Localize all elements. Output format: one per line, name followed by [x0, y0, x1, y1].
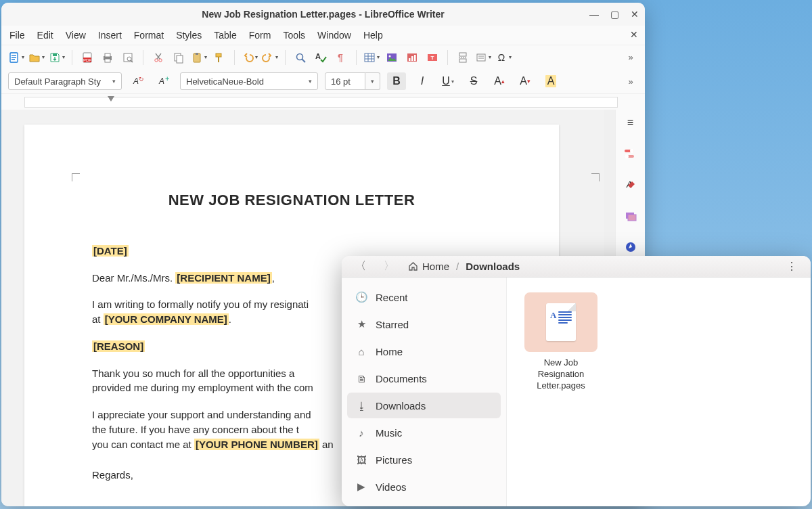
svg-point-53: [625, 154, 629, 158]
files-window: 〈 〉 Home / Downloads ⋮ 🕒Recent ★Starred …: [342, 256, 811, 506]
print-icon[interactable]: [99, 49, 116, 66]
undo-icon[interactable]: [242, 49, 258, 66]
navigator-icon[interactable]: [622, 238, 639, 256]
sidebar-menu-icon[interactable]: ≡: [622, 114, 639, 131]
printpreview-icon[interactable]: [120, 49, 136, 66]
paragraph-style-combo[interactable]: Default Paragraph Sty ▾: [8, 72, 122, 90]
back-button[interactable]: 〈: [351, 257, 370, 276]
menu-insert[interactable]: Insert: [98, 30, 122, 41]
find-icon[interactable]: [292, 49, 309, 66]
underline-button[interactable]: U▾: [438, 72, 457, 90]
file-name: New Job Resignation Letter.pages: [522, 357, 600, 392]
svg-rect-3: [12, 59, 15, 60]
breadcrumb: Home / Downloads: [408, 261, 520, 272]
formatbar-overflow-button[interactable]: »: [623, 76, 638, 87]
file-tile[interactable]: A New Job Resignation Letter.pages: [522, 292, 600, 392]
breadcrumb-current[interactable]: Downloads: [466, 261, 520, 272]
menu-help[interactable]: Help: [363, 30, 383, 41]
forward-button[interactable]: 〉: [380, 257, 399, 276]
styles-icon[interactable]: A: [622, 176, 639, 194]
home-icon: ⌂: [355, 346, 367, 357]
document-icon: A: [546, 303, 576, 341]
close-document-button[interactable]: ✕: [630, 29, 638, 40]
files-sidebar: 🕒Recent ★Starred ⌂Home 🗎Documents ⭳Downl…: [342, 278, 507, 506]
svg-text:¶: ¶: [338, 52, 343, 63]
files-body: 🕒Recent ★Starred ⌂Home 🗎Documents ⭳Downl…: [342, 278, 811, 506]
pdf-icon[interactable]: PDF: [79, 49, 95, 66]
chevron-down-icon: ▾: [112, 78, 116, 85]
paste-icon[interactable]: [191, 49, 207, 66]
clone-format-icon[interactable]: [211, 49, 227, 66]
pagebreak-icon[interactable]: [455, 49, 471, 66]
formatting-marks-icon[interactable]: ¶: [333, 49, 349, 66]
pictures-icon: 🖼: [355, 454, 367, 466]
horizontal-ruler[interactable]: [1, 93, 645, 110]
svg-rect-39: [459, 53, 466, 56]
font-size-chevron[interactable]: ▾: [365, 72, 380, 90]
image-icon[interactable]: [384, 49, 400, 66]
sidebar-item-starred[interactable]: ★Starred: [347, 311, 501, 337]
font-name-combo[interactable]: HelveticaNeue-Bold ▾: [180, 72, 318, 90]
chart-icon[interactable]: [404, 49, 420, 66]
window-controls: — ▢ ✕: [589, 3, 639, 26]
gallery-icon[interactable]: [622, 207, 639, 225]
superscript-button[interactable]: A▴: [490, 72, 509, 90]
close-button[interactable]: ✕: [630, 9, 639, 20]
menu-file[interactable]: File: [9, 30, 25, 41]
standard-toolbar: PDF A ¶ T Ω »: [1, 45, 645, 69]
star-icon: ★: [355, 318, 367, 330]
highlight-button[interactable]: A: [541, 72, 560, 90]
font-name-value: HelveticaNeue-Bold: [186, 76, 264, 87]
minimize-button[interactable]: —: [589, 9, 599, 20]
subscript-button[interactable]: A▾: [516, 72, 535, 90]
svg-rect-21: [218, 57, 219, 62]
menu-styles[interactable]: Styles: [176, 30, 202, 41]
save-icon[interactable]: [49, 49, 65, 66]
strike-button[interactable]: S: [464, 72, 483, 90]
update-style-icon[interactable]: A↻: [129, 72, 148, 90]
svg-rect-26: [365, 53, 374, 62]
textbox-icon[interactable]: T: [424, 49, 441, 66]
svg-line-13: [131, 60, 133, 62]
italic-button[interactable]: I: [413, 72, 432, 90]
cut-icon[interactable]: [150, 49, 166, 66]
files-content[interactable]: A New Job Resignation Letter.pages: [507, 278, 811, 506]
sidebar-item-music[interactable]: ♪Music: [347, 420, 501, 445]
sidebar-item-pictures[interactable]: 🖼Pictures: [347, 447, 501, 472]
menu-window[interactable]: Window: [317, 30, 351, 41]
sidebar-item-home[interactable]: ⌂Home: [347, 338, 501, 364]
new-icon[interactable]: [8, 49, 24, 66]
toolbar-overflow-button[interactable]: »: [623, 52, 638, 62]
sidebar-item-documents[interactable]: 🗎Documents: [347, 366, 501, 391]
breadcrumb-home[interactable]: Home: [408, 261, 449, 272]
breadcrumb-separator: /: [456, 261, 459, 272]
chevron-down-icon: ▾: [309, 78, 312, 85]
field-icon[interactable]: [475, 49, 491, 66]
new-style-icon[interactable]: A+: [154, 72, 173, 90]
svg-text:↻: ↻: [139, 76, 144, 83]
menu-tools[interactable]: Tools: [283, 30, 305, 41]
svg-text:A: A: [133, 76, 139, 86]
formatting-toolbar: Default Paragraph Sty ▾ A↻ A+ HelveticaN…: [1, 69, 645, 93]
sidebar-item-downloads[interactable]: ⭳Downloads: [347, 393, 501, 418]
menu-edit[interactable]: Edit: [37, 30, 53, 41]
svg-text:PDF: PDF: [83, 58, 91, 62]
hamburger-menu-button[interactable]: ⋮: [782, 257, 801, 276]
menu-view[interactable]: View: [66, 30, 86, 41]
bold-button[interactable]: B: [387, 72, 406, 90]
music-icon: ♪: [355, 427, 367, 439]
menu-form[interactable]: Form: [249, 30, 271, 41]
open-icon[interactable]: [28, 49, 45, 66]
copy-icon[interactable]: [171, 49, 187, 66]
menu-table[interactable]: Table: [214, 30, 236, 41]
redo-icon[interactable]: [262, 49, 278, 66]
special-char-icon[interactable]: Ω: [495, 49, 512, 66]
sidebar-item-videos[interactable]: ▶Videos: [347, 474, 501, 500]
properties-icon[interactable]: [622, 145, 639, 162]
sidebar-item-recent[interactable]: 🕒Recent: [347, 284, 501, 310]
maximize-button[interactable]: ▢: [610, 9, 619, 20]
menu-format[interactable]: Format: [134, 30, 164, 41]
table-icon[interactable]: [363, 49, 380, 66]
spell-icon[interactable]: A: [313, 49, 329, 66]
font-size-combo[interactable]: 16 pt: [325, 72, 365, 90]
